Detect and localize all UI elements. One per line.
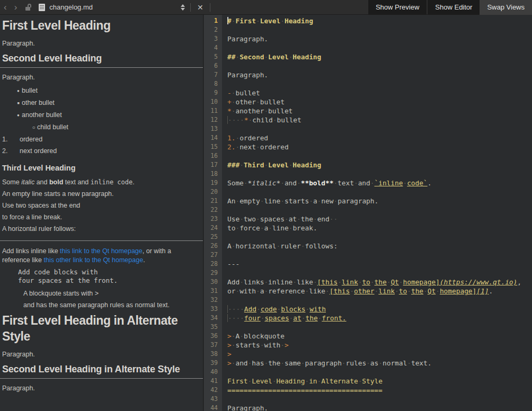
line-number: 34 xyxy=(204,314,222,323)
code-line[interactable]: to·force·a·line·break. xyxy=(227,224,532,233)
whitespace-dot: · xyxy=(370,278,375,287)
preview-link[interactable]: this other link to the Qt homepage xyxy=(44,256,144,264)
code-line[interactable]: 1.·ordered xyxy=(227,133,532,142)
line-number: 15 xyxy=(204,142,222,151)
code-line[interactable]: First·Level·Heading·in·Alternate·Style xyxy=(227,377,532,386)
syntax-segment: 2. xyxy=(227,143,235,151)
code-line[interactable]: Paragraph. xyxy=(227,404,532,411)
code-line[interactable]: Some·*italic*·and·**bold**·text·and·`inl… xyxy=(227,178,532,187)
code-line[interactable]: Add·links·inline·like·[this·link·to·the·… xyxy=(227,278,532,287)
whitespace-dot: · xyxy=(264,160,268,169)
code-line[interactable] xyxy=(227,269,532,278)
whitespace-dot: · xyxy=(378,359,383,368)
editor-gutter: 1234567891011121314151617181920212223242… xyxy=(204,15,222,411)
code-line[interactable]: *·another·bullet xyxy=(227,106,532,115)
code-line[interactable]: #·First·Level·Heading xyxy=(227,16,532,25)
swap-views-button[interactable]: Swap Views xyxy=(480,0,532,15)
code-line[interactable] xyxy=(227,79,532,88)
back-icon[interactable]: ‹ xyxy=(0,1,11,14)
code-line[interactable] xyxy=(227,25,532,34)
code-line[interactable]: ====================================== xyxy=(227,386,532,395)
whitespace-dot: · xyxy=(260,196,264,206)
whitespace-dot: · xyxy=(264,106,268,115)
whitespace-dot: · xyxy=(264,359,268,368)
line-number: 14 xyxy=(204,133,222,142)
line-number: 11 xyxy=(204,106,222,115)
code-line[interactable] xyxy=(227,395,532,404)
code-line[interactable] xyxy=(227,296,532,305)
code-line[interactable] xyxy=(227,151,532,160)
preview-paragraph: Some italic and bold text and inline cod… xyxy=(2,178,201,187)
whitespace-dot: · xyxy=(317,196,322,206)
code-line[interactable] xyxy=(227,206,532,215)
preview-blockquote: A blockquote starts with >and has the sa… xyxy=(23,289,201,310)
line-number: 33 xyxy=(204,305,222,314)
whitespace-dot: · xyxy=(249,115,253,124)
code-line[interactable]: Paragraph. xyxy=(227,34,532,43)
syntax-segment: ·and·has·the·same·paragraph·rules·as·nor… xyxy=(232,359,432,367)
line-number: 31 xyxy=(204,287,222,296)
preview-paragraph: Paragraph. xyxy=(2,73,201,82)
code-line[interactable]: -·bullet xyxy=(227,88,532,97)
code-line[interactable]: ····four·spaces·at·the·front. xyxy=(227,314,532,323)
code-line[interactable]: An·empty·line·starts·a·new·paragraph. xyxy=(227,196,532,206)
syntax-segment: Use·two·spaces·at·the·end·· xyxy=(227,215,338,223)
show-preview-button[interactable]: Show Preview xyxy=(368,0,427,15)
code-line[interactable]: A·horizontal·ruler·follows: xyxy=(227,242,532,251)
syntax-segment: Add·links·inline·like· xyxy=(227,278,317,286)
code-line[interactable]: Use·two·spaces·at·the·end·· xyxy=(227,215,532,224)
code-line[interactable]: 2.·next·ordered xyxy=(227,142,532,151)
whitespace-dot: · xyxy=(407,359,411,368)
line-number: 20 xyxy=(204,187,222,196)
code-line[interactable] xyxy=(227,124,532,133)
syntax-segment: - xyxy=(227,89,232,97)
code-line[interactable]: ##·Second·Level·Heading xyxy=(227,52,532,61)
editor-code-area[interactable]: #·First·Level·HeadingParagraph.##·Second… xyxy=(222,15,532,411)
code-line[interactable] xyxy=(227,323,532,332)
code-line[interactable] xyxy=(227,233,532,242)
line-number: 30 xyxy=(204,278,222,287)
syntax-segment: * xyxy=(244,116,249,124)
code-line[interactable]: Paragraph. xyxy=(227,70,532,79)
code-line[interactable]: >·starts·with·> xyxy=(227,341,532,350)
preview-heading-3: Third Level Heading xyxy=(2,164,201,172)
code-line[interactable]: --- xyxy=(227,260,532,269)
code-line[interactable]: > xyxy=(227,350,532,359)
line-number: 39 xyxy=(204,359,222,368)
code-line[interactable]: +·other·bullet xyxy=(227,97,532,106)
forward-icon[interactable]: › xyxy=(11,1,21,14)
unlock-icon[interactable] xyxy=(25,4,32,11)
code-line[interactable]: or·with·a·reference·like·[this·other·lin… xyxy=(227,287,532,296)
preview-horizontal-rule xyxy=(0,240,203,241)
whitespace-dot: · xyxy=(313,215,317,224)
tab-title[interactable]: changelog.md xyxy=(49,3,98,11)
code-line[interactable] xyxy=(227,251,532,260)
code-line[interactable] xyxy=(227,43,532,52)
line-number: 18 xyxy=(204,169,222,178)
markdown-preview-pane[interactable]: First Level HeadingParagraph.Second Leve… xyxy=(0,15,203,411)
code-line[interactable] xyxy=(227,187,532,196)
code-line[interactable] xyxy=(227,61,532,70)
code-line[interactable]: ····*·child·bullet xyxy=(227,115,532,124)
preview-link[interactable]: this link to the Qt homepage xyxy=(60,247,143,255)
code-line[interactable]: ····Add·code·blocks·with xyxy=(227,305,532,314)
code-line[interactable] xyxy=(227,169,532,178)
code-line[interactable]: >·and·has·the·same·paragraph·rules·as·no… xyxy=(227,359,532,368)
syntax-segment: > xyxy=(227,332,232,340)
preview-bullet-item: ●another bullet xyxy=(2,109,201,121)
whitespace-dot: · xyxy=(240,215,244,224)
code-line[interactable]: >·A·blockquote xyxy=(227,332,532,341)
syntax-segment: ###·Third·Level·Heading xyxy=(227,161,321,169)
close-icon[interactable]: ✕ xyxy=(193,3,208,12)
document-switcher-icon[interactable] xyxy=(178,4,188,11)
line-number: 43 xyxy=(204,395,222,404)
preview-paragraph: Add links inline like this link to the Q… xyxy=(2,247,201,265)
show-editor-button[interactable]: Show Editor xyxy=(428,0,480,15)
whitespace-dot: · xyxy=(338,278,342,287)
code-line[interactable] xyxy=(227,368,532,377)
whitespace-dot: · xyxy=(333,196,338,206)
whitespace-dot: · xyxy=(317,377,322,386)
code-line[interactable]: ###·Third·Level·Heading xyxy=(227,160,532,169)
preview-paragraph: A horizontal ruler follows: xyxy=(2,225,201,234)
whitespace-dot: · xyxy=(235,142,240,151)
